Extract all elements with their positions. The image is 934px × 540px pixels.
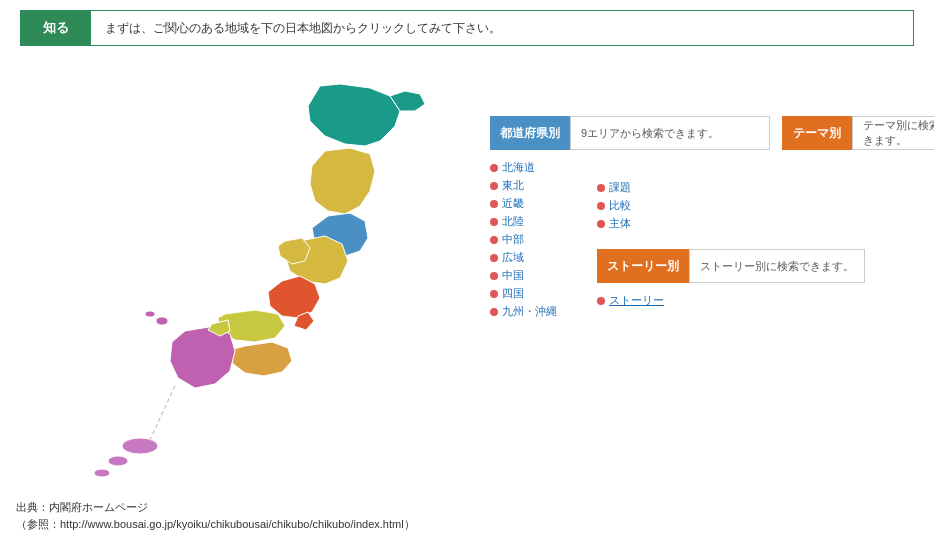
svg-point-4[interactable] bbox=[145, 311, 155, 317]
theme-label: 主体 bbox=[609, 216, 631, 231]
region-item-hokuriku[interactable]: 北陸 bbox=[490, 214, 557, 229]
footer-line2: （参照：http://www.bousai.go.jp/kyoiku/chiku… bbox=[16, 516, 415, 534]
region-item-shikoku[interactable]: 四国 bbox=[490, 286, 557, 301]
theme-search-input[interactable]: テーマ別に検索できます。 bbox=[852, 116, 934, 150]
region-label: 北陸 bbox=[502, 214, 524, 229]
kinki-region[interactable] bbox=[268, 276, 320, 318]
region-dot bbox=[490, 164, 498, 172]
hokkaido-region[interactable] bbox=[308, 84, 400, 146]
region-search-box[interactable]: 都道府県別 9エリアから検索できます。 bbox=[490, 116, 770, 150]
region-dot bbox=[490, 218, 498, 226]
region-item-hokkaido[interactable]: 北海道 bbox=[490, 160, 557, 175]
region-label: 九州・沖縄 bbox=[502, 304, 557, 319]
region-search-label: 都道府県別 bbox=[490, 116, 570, 150]
region-label: 四国 bbox=[502, 286, 524, 301]
region-label: 広域 bbox=[502, 250, 524, 265]
story-link[interactable]: ストーリー bbox=[597, 293, 865, 308]
region-dot bbox=[490, 236, 498, 244]
story-section: ストーリー別 ストーリー別に検索できます。 ストーリー bbox=[597, 249, 865, 308]
region-theme-lists: 北海道 東北 近畿 北陸 中部 bbox=[490, 160, 910, 319]
story-dot bbox=[597, 297, 605, 305]
theme-dot bbox=[597, 220, 605, 228]
region-search-input[interactable]: 9エリアから検索できます。 bbox=[570, 116, 770, 150]
right-panel: 都道府県別 9エリアから検索できます。 テーマ別 テーマ別に検索できます。 北海… bbox=[490, 116, 910, 319]
story-search-input[interactable]: ストーリー別に検索できます。 bbox=[689, 249, 865, 283]
svg-point-3[interactable] bbox=[156, 317, 168, 325]
svg-line-2 bbox=[148, 386, 175, 444]
okinawa-region[interactable] bbox=[122, 438, 158, 454]
region-item-kinki[interactable]: 近畿 bbox=[490, 196, 557, 211]
theme-section: 課題 比較 主体 ストーリー別 ストーリー別に検索できます。 bbox=[597, 174, 865, 319]
svg-point-0[interactable] bbox=[108, 456, 128, 466]
region-label: 近畿 bbox=[502, 196, 524, 211]
shikoku-region[interactable] bbox=[230, 342, 292, 376]
banner-text: まずは、ご関心のある地域を下の日本地図からクリックしてみて下さい。 bbox=[91, 20, 515, 37]
region-dot bbox=[490, 308, 498, 316]
theme-dot bbox=[597, 184, 605, 192]
theme-label: 比較 bbox=[609, 198, 631, 213]
region-item-chubu[interactable]: 中部 bbox=[490, 232, 557, 247]
region-label: 東北 bbox=[502, 178, 524, 193]
theme-item-shutai[interactable]: 主体 bbox=[597, 216, 865, 231]
tohoku-region[interactable] bbox=[310, 148, 375, 214]
story-search-label: ストーリー別 bbox=[597, 249, 689, 283]
top-banner: 知る まずは、ご関心のある地域を下の日本地図からクリックしてみて下さい。 bbox=[20, 10, 914, 46]
story-link-label[interactable]: ストーリー bbox=[609, 293, 664, 308]
theme-label: 課題 bbox=[609, 180, 631, 195]
map-container bbox=[0, 56, 500, 526]
region-dot bbox=[490, 272, 498, 280]
region-dot bbox=[490, 290, 498, 298]
japan-map[interactable] bbox=[30, 66, 510, 526]
banner-label: 知る bbox=[21, 11, 91, 45]
theme-list: 課題 比較 主体 bbox=[597, 180, 865, 231]
region-item-chugoku[interactable]: 中国 bbox=[490, 268, 557, 283]
svg-point-1[interactable] bbox=[94, 469, 110, 477]
region-dot bbox=[490, 182, 498, 190]
hokuriku-region[interactable] bbox=[278, 238, 310, 264]
region-dot bbox=[490, 200, 498, 208]
footer-citation: 出典：内閣府ホームページ （参照：http://www.bousai.go.jp… bbox=[16, 499, 415, 534]
story-search-box[interactable]: ストーリー別 ストーリー別に検索できます。 bbox=[597, 249, 865, 283]
region-label: 中国 bbox=[502, 268, 524, 283]
main-content: 都道府県別 9エリアから検索できます。 テーマ別 テーマ別に検索できます。 北海… bbox=[0, 56, 934, 526]
region-item-tohoku[interactable]: 東北 bbox=[490, 178, 557, 193]
kyushu-region[interactable] bbox=[170, 326, 235, 388]
region-label: 北海道 bbox=[502, 160, 535, 175]
region-item-kyushu[interactable]: 九州・沖縄 bbox=[490, 304, 557, 319]
region-label: 中部 bbox=[502, 232, 524, 247]
theme-search-box[interactable]: テーマ別 テーマ別に検索できます。 bbox=[782, 116, 934, 150]
region-item-hiriki[interactable]: 広域 bbox=[490, 250, 557, 265]
theme-item-kadai[interactable]: 課題 bbox=[597, 180, 865, 195]
theme-item-hikaku[interactable]: 比較 bbox=[597, 198, 865, 213]
search-row-1: 都道府県別 9エリアから検索できます。 テーマ別 テーマ別に検索できます。 bbox=[490, 116, 910, 150]
footer-line1: 出典：内閣府ホームページ bbox=[16, 499, 415, 517]
region-dot bbox=[490, 254, 498, 262]
region-list: 北海道 東北 近畿 北陸 中部 bbox=[490, 160, 557, 319]
theme-search-label: テーマ別 bbox=[782, 116, 852, 150]
theme-dot bbox=[597, 202, 605, 210]
